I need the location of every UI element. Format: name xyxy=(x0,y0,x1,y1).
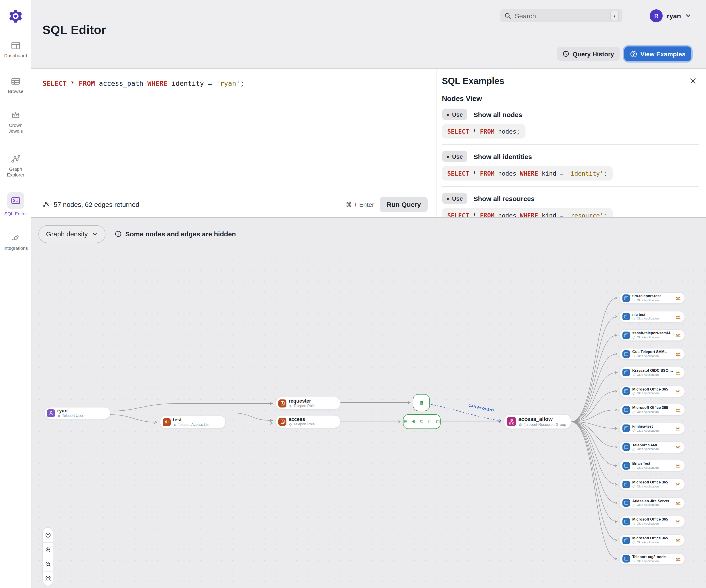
graph-node-okta-app[interactable]: Microsoft Office 365Okta Application xyxy=(619,478,685,490)
graph-node-okta-app[interactable]: Microsoft Office 365Okta Application xyxy=(619,385,685,397)
crown-jewel-icon[interactable] xyxy=(675,538,681,543)
app-icon xyxy=(623,332,629,338)
crown-jewel-icon[interactable] xyxy=(675,407,681,413)
zoom-in-button[interactable] xyxy=(43,542,53,557)
fit-view-icon xyxy=(45,576,51,582)
sidebar-item-browse[interactable]: Browse xyxy=(0,76,31,94)
graph-node-requester[interactable]: requesterTeleport Role xyxy=(276,397,341,410)
integrations-icon xyxy=(10,233,21,243)
node-subtitle: Okta Application xyxy=(632,559,666,563)
server-icon xyxy=(403,419,408,425)
crown-jewel-icon[interactable] xyxy=(675,463,681,468)
graph-edge xyxy=(571,298,617,422)
node-subtitle: Teleport User xyxy=(57,414,83,418)
zoom-out-button[interactable] xyxy=(43,557,53,571)
graph-node-okta-app[interactable]: Gus Teleport SAMLOkta Application xyxy=(619,348,685,360)
graph-density-dropdown[interactable]: Graph density xyxy=(38,225,106,243)
graph-node-access[interactable]: accessTeleport Role xyxy=(276,415,341,428)
node-title: tim-teleport-test xyxy=(632,294,661,298)
sidebar-item-graph-explorer[interactable]: Graph Explorer xyxy=(0,154,31,178)
sidebar-item-sql-editor[interactable]: SQL Editor xyxy=(0,192,31,217)
app-logo-gear-icon[interactable] xyxy=(8,8,24,25)
user-menu[interactable]: R ryan xyxy=(650,9,691,22)
crown-jewel-icon[interactable] xyxy=(675,332,681,338)
graph-help-button[interactable] xyxy=(43,528,53,542)
app-node-icon xyxy=(622,313,630,320)
graph-result-icon xyxy=(42,201,50,208)
list-icon xyxy=(164,419,169,425)
crown-jewel-icon[interactable] xyxy=(675,426,681,431)
use-example-button[interactable]: «Use xyxy=(442,193,467,204)
crown-jewel-icon[interactable] xyxy=(675,295,681,301)
crown-jewel-icon[interactable] xyxy=(675,444,681,450)
close-icon[interactable] xyxy=(689,77,697,85)
okta-icon xyxy=(632,504,635,507)
graph-node-okta-app[interactable]: Krzysztof OIDC SSO AppOkta Application xyxy=(619,367,685,379)
graph-node-okta-app[interactable]: Microsoft Office 365Okta Application xyxy=(619,404,685,416)
graph-node-okta-app[interactable]: Atlassian Jira ServerOkta Application xyxy=(619,497,685,509)
crown-jewel-icon[interactable] xyxy=(675,351,681,357)
node-subtitle: Okta Application xyxy=(632,299,661,302)
sidebar-item-integrations[interactable]: Integrations xyxy=(0,233,31,251)
sidebar-item-label: Graph Explorer xyxy=(1,166,30,178)
app-icon xyxy=(623,500,629,506)
list-node-icon xyxy=(163,418,171,426)
graph-node-resource-kinds[interactable] xyxy=(403,414,441,429)
node-title: Brian Test xyxy=(632,462,659,466)
node-title: nic test xyxy=(632,313,659,317)
hidden-nodes-notice-text: Some nodes and edges are hidden xyxy=(125,230,236,238)
graph-node-okta-app[interactable]: sshah-teleport-saml-idp…Okta Application xyxy=(619,329,685,341)
node-title: Krzysztof OIDC SSO App xyxy=(632,368,676,373)
graph-node-test[interactable]: testTeleport Access List xyxy=(160,416,226,429)
hidden-nodes-notice: Some nodes and edges are hidden xyxy=(115,230,236,238)
clock-icon xyxy=(563,50,570,57)
graph-node-access_allow[interactable]: access_allowTeleport Resource Group xyxy=(504,414,571,429)
crown-jewel-icon[interactable] xyxy=(675,389,681,394)
use-example-button[interactable]: «Use xyxy=(442,151,467,162)
sidebar-item-dashboard[interactable]: Dashboard xyxy=(0,40,31,58)
okta-icon xyxy=(632,541,635,544)
view-examples-button[interactable]: View Examples xyxy=(624,46,691,61)
crown-jewel-icon[interactable] xyxy=(675,370,681,375)
graph-node-ryan[interactable]: ryanTeleport User xyxy=(44,407,110,419)
sidebar-item-crown-jewels[interactable]: Crown Jewels xyxy=(0,110,31,134)
node-subtitle: Okta Application xyxy=(632,392,668,395)
run-query-button[interactable]: Run Query xyxy=(380,197,428,212)
graph-node-okta-app[interactable]: Teleport SAMLOkta Application xyxy=(619,441,685,453)
graph-canvas[interactable]: ryanTeleport UsertestTeleport Access Lis… xyxy=(31,250,706,588)
crown-jewel-icon[interactable] xyxy=(675,556,681,562)
app-icon xyxy=(623,370,629,376)
search-input[interactable]: Search / xyxy=(500,9,622,22)
crown-jewel-icon[interactable] xyxy=(675,500,681,506)
graph-toolbar: Graph density Some nodes and edges are h… xyxy=(31,218,706,250)
example-item: «Use Show all resources SELECT * FROM no… xyxy=(442,186,699,217)
app-node-icon xyxy=(622,387,630,395)
node-subtitle: Teleport Access List xyxy=(173,423,209,427)
sql-examples-panel: SQL Examples Nodes View «Use Show all no… xyxy=(437,69,706,217)
okta-icon xyxy=(632,410,635,414)
graph-node-okta-app[interactable]: Teleport tag2-nodeOkta Application xyxy=(619,553,685,565)
crown-jewel-icon[interactable] xyxy=(675,519,681,524)
double-chevron-left-icon: « xyxy=(446,153,450,159)
sidebar-item-label: Integrations xyxy=(0,245,31,251)
graph-node-okta-app[interactable]: Microsoft Office 365Okta Application xyxy=(619,535,685,546)
graph-node-okta-app[interactable]: Microsoft Office 365Okta Application xyxy=(619,516,685,527)
crown-jewel-icon[interactable] xyxy=(675,482,681,487)
crown-jewel-icon[interactable] xyxy=(675,314,681,319)
query-history-button[interactable]: Query History xyxy=(557,47,620,61)
graph-node-request-settings[interactable] xyxy=(413,394,430,411)
wheel-icon xyxy=(411,419,416,425)
sql-query-editor[interactable]: SELECT * FROM access_path WHERE identity… xyxy=(31,69,437,217)
graph-node-okta-app[interactable]: kimlisa-testOkta Application xyxy=(619,423,685,434)
app-icon xyxy=(623,426,629,431)
graph-node-okta-app[interactable]: nic testOkta Application xyxy=(619,311,685,322)
graph-node-okta-app[interactable]: tim-teleport-testOkta Application xyxy=(619,292,685,304)
graph-edge xyxy=(110,415,157,422)
use-example-button[interactable]: «Use xyxy=(442,109,467,120)
app-node-icon xyxy=(622,518,630,525)
graph-edge xyxy=(571,422,617,522)
graph-edge xyxy=(571,317,617,422)
example-label: Show all identities xyxy=(473,153,532,160)
fit-view-button[interactable] xyxy=(43,571,53,586)
graph-node-okta-app[interactable]: Brian TestOkta Application xyxy=(619,460,685,472)
